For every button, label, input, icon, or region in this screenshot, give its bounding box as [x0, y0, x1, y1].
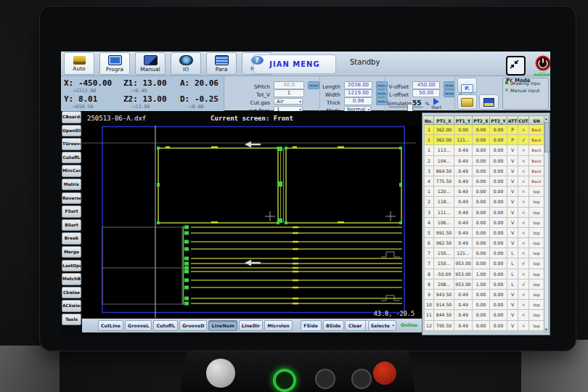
toolbar-button[interactable]: Auto: [64, 52, 94, 75]
bottom-toolbar-button[interactable]: Clear: [345, 320, 366, 331]
program-mode-option[interactable]: Manual input: [503, 88, 548, 93]
table-row[interactable]: 7 150... 121... 0.00 0.00 L × top: [424, 248, 544, 258]
scroll-up-icon[interactable]: ▲: [544, 116, 548, 121]
sidebar-button[interactable]: ACkwise: [62, 300, 81, 312]
cad-drawing: [82, 126, 422, 318]
table-row[interactable]: 5 991.50 0.49 0.00 0.00 V × top: [424, 228, 544, 238]
bottom-toolbar-button[interactable]: CutLine: [98, 320, 123, 331]
physical-button-white: [206, 359, 235, 388]
table-row[interactable]: 2 104... 0.49 0.00 0.00 V × Back: [424, 156, 544, 166]
table-row[interactable]: 10 914.50 0.49 0.00 0.00 V × top: [424, 300, 544, 310]
open-button[interactable]: Open: [457, 94, 477, 110]
sidebar-button[interactable]: TGroove: [62, 138, 81, 150]
coord-a: A: 20.06: [180, 78, 219, 88]
save-button[interactable]: Save: [479, 94, 499, 110]
toolbar-button[interactable]: IO: [171, 52, 201, 75]
online-status: online: [534, 72, 550, 78]
table-body: 1 362.00 0.00 0.00 0.00 P × Back 1 36: [424, 125, 544, 331]
axis-coordinates-panel: X: -450.00 ->2213.00 Z1: 13.00 ->0.49 A:…: [61, 76, 224, 111]
physical-button-green: [273, 369, 296, 392]
table-header-cell: PT2_X: [473, 115, 490, 125]
physical-button-dark-1: [315, 369, 335, 389]
cut-list-panel: No. PT1_X PT1_Y PT2_X PT2_Y ATT CUT SN: [422, 113, 550, 335]
main-area: CBoarder OpenDXF TGroove CutoffL MircCon…: [61, 111, 550, 337]
table-row[interactable]: 3 864.50 0.49 0.00 0.00 V × Back: [424, 166, 544, 176]
program-icon: [108, 55, 122, 65]
table-header-cell: PT1_X: [434, 115, 454, 125]
bottom-toolbar-button[interactable]: GrooveD: [179, 320, 208, 331]
table-row[interactable]: 1 113... 0.49 0.00 0.00 V × Back: [424, 145, 544, 155]
canvas-titlebar: 250513-06-A.dxf Current screen: Front: [82, 111, 422, 126]
sidebar-button[interactable]: Tools: [62, 314, 81, 326]
program-mode-option[interactable]: Drawing inpu: [503, 81, 548, 86]
sidebar-button[interactable]: BSort: [62, 219, 81, 232]
manual-icon: [144, 55, 158, 65]
scroll-thumb[interactable]: [544, 122, 550, 152]
toolbar-button[interactable]: Manual: [135, 52, 166, 75]
table-row[interactable]: 6 962.50 0.49 0.00 0.00 V × top: [424, 238, 544, 248]
bottom-toolbar: Clear Selecte Online CutLine GrooveL Cut…: [82, 318, 422, 332]
machine-status: Standby: [350, 58, 380, 66]
table-row[interactable]: 3 111... 0.49 0.00 0.00 V × top: [424, 208, 544, 218]
start-button[interactable]: Start: [428, 98, 445, 110]
toolbar-button[interactable]: Progra: [99, 52, 130, 75]
sidebar-button[interactable]: LastOper: [62, 260, 81, 272]
power-icon[interactable]: [535, 55, 550, 71]
table-header-cell: PT1_Y: [454, 115, 473, 125]
bottom-toolbar-button[interactable]: Microlen: [264, 320, 293, 331]
toolbar-button[interactable]: Para: [206, 52, 237, 75]
sidebar-button[interactable]: Ckwise: [62, 287, 81, 299]
machine-control-pendant: [180, 350, 415, 392]
table-row[interactable]: 4 775.50 0.49 0.00 0.00 V × Back: [424, 176, 544, 187]
bottom-toolbar-button[interactable]: LineNum: [208, 320, 237, 331]
sidebar-button[interactable]: OpenDXF: [62, 125, 81, 137]
table-row[interactable]: 9 943.50 0.49 0.00 0.00 V × top: [424, 290, 544, 300]
table-scrollbar[interactable]: ▲ ▼: [544, 115, 549, 332]
table-row[interactable]: 7 150... 953.00 0.00 0.00 L √ top: [424, 258, 544, 269]
sidebar-button[interactable]: MatchB: [62, 273, 81, 285]
left-sidebar: CBoarder OpenDXF TGroove CutoffL MircCon…: [61, 111, 82, 337]
table-row[interactable]: 1 120... 0.49 0.00 0.00 V × top: [424, 187, 544, 197]
bottom-toolbar-button[interactable]: Selecte: [368, 320, 396, 331]
sidebar-button[interactable]: MircCon: [62, 165, 81, 177]
cad-canvas[interactable]: 43.8, -20.5: [82, 126, 422, 318]
bottom-toolbar-button[interactable]: FSide: [301, 320, 322, 331]
restore-window-button[interactable]: [506, 56, 526, 75]
table-row[interactable]: 8 208... 953.00 1.00 0.00 L √ top: [424, 279, 544, 290]
sidebar-button[interactable]: FSort: [62, 205, 81, 218]
cursor-coordinates: 43.8, -20.5: [374, 310, 415, 317]
parameter-row: X: -450.00 ->2213.00 Z1: 13.00 ->0.49 A:…: [61, 76, 550, 111]
poscha-button[interactable]: P. Pos.cha: [457, 78, 477, 93]
table-header-cell: PT2_Y: [490, 115, 507, 125]
table-row[interactable]: 11 844.50 0.49 0.00 0.00 V × top: [424, 310, 544, 320]
table-row[interactable]: 8 -50.00 953.00 1.00 0.00 L × top: [424, 269, 544, 279]
file-actions-panel: P. Pos.cha Open Save: [454, 76, 502, 111]
help-icon: [251, 56, 264, 65]
simulation-slider[interactable]: [388, 106, 423, 108]
offset-panel: V-offset 450.00 mm L-offset 50.00 mm Sim…: [385, 76, 454, 111]
sidebar-button[interactable]: CBoarder: [62, 111, 81, 123]
bottom-toolbar-button[interactable]: GrooveL: [125, 320, 152, 331]
sidebar-button[interactable]: Break: [62, 232, 81, 245]
poscha-icon: P.: [461, 84, 473, 93]
coord-z1: Z1: 13.00 ->0.49: [123, 78, 167, 94]
table-row[interactable]: 2 118... 0.49 0.00 0.00 V × top: [424, 197, 544, 207]
table-row[interactable]: 4 106... 0.49 0.00 0.00 V × top: [424, 218, 544, 228]
table-row[interactable]: 12 795.50 0.49 0.00 0.00 V × top: [424, 321, 544, 331]
bottom-toolbar-button[interactable]: CutoffL: [153, 320, 178, 331]
bottom-toolbar-button[interactable]: Online: [399, 320, 420, 331]
sidebar-button[interactable]: Reverse: [62, 192, 81, 205]
sidebar-button[interactable]: CutoffL: [62, 152, 81, 164]
bottom-toolbar-right: Clear Selecte Online: [345, 320, 420, 331]
table-row[interactable]: 1 362.00 121... 0.00 0.00 P √ Back: [424, 135, 544, 145]
table-header-cell: SN: [529, 115, 544, 125]
scroll-down-icon[interactable]: ▼: [544, 327, 548, 332]
coord-d: D: -0.25 ->0.00: [180, 94, 219, 110]
sidebar-button[interactable]: Matrix: [62, 179, 81, 191]
table-row[interactable]: 1 362.00 0.00 0.00 0.00 P × Back: [424, 125, 544, 135]
bottom-toolbar-button[interactable]: LineDir: [239, 320, 263, 331]
sidebar-button[interactable]: Merge: [62, 246, 81, 258]
bottom-toolbar-button[interactable]: BSide: [323, 320, 344, 331]
coord-y: Y: 8.01 ->650.50: [64, 94, 97, 110]
save-floppy-icon: [483, 98, 494, 107]
